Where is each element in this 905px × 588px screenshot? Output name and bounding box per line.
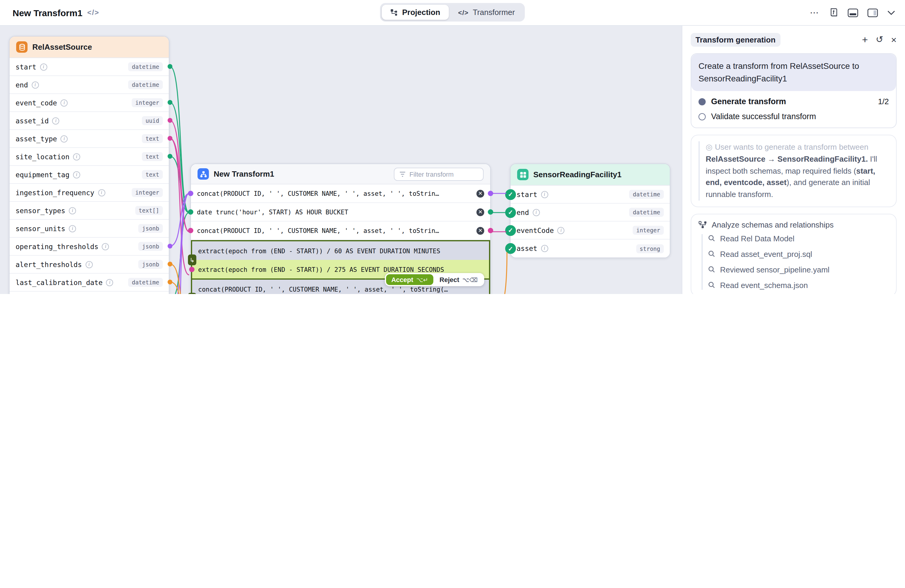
schema-field-row[interactable]: ✓ eventCode i integer <box>511 222 670 240</box>
info-icon[interactable]: i <box>106 279 113 286</box>
field-type-badge: text <box>142 134 163 143</box>
step-progress: 1/2 <box>878 97 889 106</box>
field-name: end <box>16 81 28 89</box>
schema-field-row[interactable]: sensor_types i ✓ text[] <box>10 202 169 220</box>
info-icon[interactable]: i <box>557 227 565 234</box>
field-type-badge: jsonb <box>138 224 163 233</box>
accept-button[interactable]: Accept ⌥↵ <box>386 274 433 285</box>
output-port-purple[interactable] <box>488 191 493 196</box>
schema-field-row[interactable]: ✓ asset i strong <box>511 240 670 257</box>
field-type-badge: integer <box>132 98 163 107</box>
transform-expression-row[interactable]: date_trunc('hour', START) AS HOUR_BUCKET… <box>191 203 490 222</box>
info-icon[interactable]: i <box>61 135 68 142</box>
panel-bottom-icon[interactable] <box>848 8 858 17</box>
tool-call-item[interactable]: Reviewed sensor_pipeline.yaml <box>708 265 889 274</box>
info-icon[interactable]: i <box>98 189 105 196</box>
transform-node-header[interactable]: New Transform1 Filter transform <box>191 164 490 184</box>
remove-expression-icon[interactable]: ✕ <box>476 208 484 216</box>
panel-right-icon[interactable] <box>867 8 878 17</box>
more-icon[interactable]: ⋯ <box>810 7 819 18</box>
info-icon[interactable]: i <box>541 191 548 198</box>
schema-field-row[interactable]: equipment_tag i ✓ text <box>10 166 169 184</box>
transform-icon <box>197 168 209 180</box>
target-field-list: ✓ start i datetime ✓ end i datetime ✓ <box>511 186 670 257</box>
mapped-check-icon: ✓ <box>505 225 516 236</box>
field-name: asset_type <box>16 134 57 143</box>
code-icon[interactable]: </> <box>87 8 99 17</box>
schema-field-row[interactable]: end i ✓ datetime <box>10 76 169 94</box>
transform-node[interactable]: New Transform1 Filter transform concat(P… <box>191 164 491 294</box>
history-icon[interactable]: ↺ <box>876 35 883 44</box>
search-icon <box>708 266 715 273</box>
input-port-pink[interactable] <box>189 267 195 272</box>
step-label: Validate successful transform <box>711 112 816 121</box>
info-icon[interactable]: i <box>86 261 93 268</box>
chevron-down-icon[interactable] <box>887 10 895 15</box>
analysis-note: ◎User wants to generate a transform betw… <box>699 141 889 200</box>
info-icon[interactable]: i <box>40 63 47 70</box>
schema-field-row[interactable]: event_code i ✓ integer <box>10 94 169 112</box>
transform-expression-row[interactable]: concat(PRODUCT_ID, '_', CUSTOMER_NAME, '… <box>191 222 490 240</box>
info-icon[interactable]: i <box>69 207 76 214</box>
info-icon[interactable]: i <box>32 81 39 88</box>
tab-transformer[interactable]: </> Transformer <box>450 5 523 20</box>
new-chat-icon[interactable]: + <box>862 35 868 45</box>
schema-field-row[interactable]: model_version i ✓ text <box>10 292 169 294</box>
user-prompt[interactable]: Create a transform from RelAssetSource t… <box>691 54 896 91</box>
schema-field-row[interactable]: start i ✓ datetime <box>10 58 169 76</box>
output-port-teal[interactable] <box>488 209 493 215</box>
step-validate-transform[interactable]: Validate successful transform <box>699 112 889 121</box>
output-port-pink[interactable] <box>488 228 493 233</box>
mode-toggle: Projection </> Transformer <box>380 3 525 22</box>
schema-field-row[interactable]: site_location i ✓ text <box>10 148 169 166</box>
graph-canvas[interactable]: RelAssetSource start i ✓ datetime end i … <box>0 26 682 294</box>
diff-actions: Accept ⌥↵ Reject ⌥⌫ <box>384 273 484 286</box>
function-reference-icon[interactable] <box>829 8 838 17</box>
source-schema-node[interactable]: RelAssetSource start i ✓ datetime end i … <box>9 36 169 294</box>
schema-field-row[interactable]: ✓ start i datetime <box>511 186 670 203</box>
tab-projection[interactable]: Projection <box>382 5 449 20</box>
schema-field-row[interactable]: asset_id i ✓ uuid <box>10 112 169 130</box>
input-port-purple[interactable] <box>188 191 193 196</box>
tool-call-item[interactable]: Read event_schema.json <box>708 281 889 290</box>
info-icon[interactable]: i <box>52 117 60 124</box>
remove-expression-icon[interactable]: ✕ <box>476 227 484 234</box>
source-node-header[interactable]: RelAssetSource <box>10 37 169 58</box>
remove-expression-icon[interactable]: ✕ <box>476 189 484 197</box>
mapped-check-icon: ✓ <box>505 207 516 218</box>
sql-expression: concat(PRODUCT_ID, '_', CUSTOMER_NAME, '… <box>197 227 472 234</box>
reject-button[interactable]: Reject ⌥⌫ <box>434 274 483 285</box>
filter-transform-input[interactable]: Filter transform <box>394 167 484 181</box>
tool-call-item[interactable]: Read asset_event_proj.sql <box>708 250 889 259</box>
schema-field-row[interactable]: alert_thresholds i ✓ jsonb <box>10 256 169 273</box>
info-icon[interactable]: i <box>73 171 80 178</box>
reject-label: Reject <box>440 276 459 283</box>
info-icon[interactable]: i <box>69 225 76 232</box>
schema-field-row[interactable]: operating_thresholds i ✓ jsonb <box>10 238 169 256</box>
field-name: eventCode <box>516 226 554 234</box>
input-port-teal[interactable] <box>188 209 193 215</box>
info-icon[interactable]: i <box>61 99 68 106</box>
panel-header: Transform generation + ↺ × <box>691 33 897 47</box>
schema-field-row[interactable]: ingestion_frequency i ✓ integer <box>10 184 169 202</box>
close-icon[interactable]: × <box>891 35 897 44</box>
target-schema-node[interactable]: SensorReadingFacility1 ✓ start i datetim… <box>510 164 670 258</box>
step-generate-transform[interactable]: Generate transform 1/2 <box>699 97 889 106</box>
document-title: New Transform1 </> <box>13 8 99 17</box>
info-icon[interactable]: i <box>541 245 548 252</box>
tool-call-item[interactable]: Read Rel Data Model <box>708 234 889 243</box>
schema-field-row[interactable]: ✓ end i datetime <box>511 203 670 222</box>
info-icon[interactable]: i <box>102 243 109 250</box>
input-port-pink[interactable] <box>188 228 193 233</box>
info-icon[interactable]: i <box>533 209 540 216</box>
target-node-header[interactable]: SensorReadingFacility1 <box>511 164 670 186</box>
schema-field-row[interactable]: asset_type i ✓ text <box>10 130 169 148</box>
step-status-empty-icon <box>699 113 706 120</box>
transform-expression-row[interactable]: concat(PRODUCT_ID, '_', CUSTOMER_NAME, '… <box>191 184 490 203</box>
info-icon[interactable]: i <box>73 153 80 160</box>
schema-field-row[interactable]: sensor_units i ✓ jsonb <box>10 220 169 238</box>
top-bar: New Transform1 </> Projection </> Transf… <box>0 0 905 26</box>
diff-old-row[interactable]: extract(epoch from (END - START)) / 60 A… <box>192 241 489 260</box>
schema-field-row[interactable]: last_calibration_date i ✓ datetime <box>10 273 169 292</box>
field-type-badge: uuid <box>142 116 163 125</box>
